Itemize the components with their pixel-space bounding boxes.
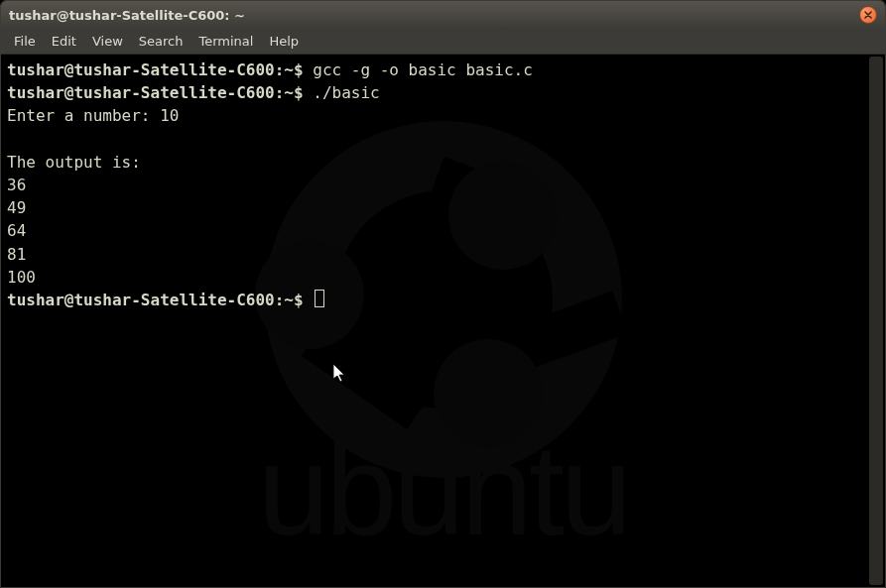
terminal-body[interactable]: ubuntu tushar@tushar-Satellite-C600:~$ g… [1, 55, 885, 587]
terminal-line: 100 [7, 266, 879, 289]
menu-file[interactable]: File [7, 32, 43, 51]
menu-view[interactable]: View [85, 32, 130, 51]
terminal-line: tushar@tushar-Satellite-C600:~$ ./basic [7, 81, 879, 104]
text-cursor [315, 290, 324, 307]
terminal-line: 81 [7, 243, 879, 266]
terminal-line: 36 [7, 174, 879, 196]
window-controls [859, 6, 877, 24]
terminal-line [7, 128, 879, 151]
menu-edit[interactable]: Edit [45, 32, 83, 51]
titlebar[interactable]: tushar@tushar-Satellite-C600: ~ [1, 1, 885, 29]
menu-terminal[interactable]: Terminal [191, 32, 260, 51]
prompt: tushar@tushar-Satellite-C600:~$ [7, 60, 313, 79]
prompt: tushar@tushar-Satellite-C600:~$ [7, 291, 313, 309]
terminal-line: The output is: [7, 151, 879, 174]
terminal-line: 49 [7, 196, 879, 219]
command-text: ./basic [313, 83, 379, 102]
menu-help[interactable]: Help [262, 32, 306, 51]
terminal-content[interactable]: tushar@tushar-Satellite-C600:~$ gcc -g -… [7, 59, 879, 311]
prompt: tushar@tushar-Satellite-C600:~$ [7, 83, 313, 102]
terminal-line: tushar@tushar-Satellite-C600:~$ gcc -g -… [7, 59, 879, 81]
command-text: gcc -g -o basic basic.c [313, 60, 533, 79]
menu-search[interactable]: Search [132, 32, 190, 51]
menubar: File Edit View Search Terminal Help [1, 29, 885, 55]
window-title: tushar@tushar-Satellite-C600: ~ [9, 8, 859, 23]
ubuntu-logo-text: ubuntu [258, 397, 629, 584]
close-icon[interactable] [859, 6, 877, 24]
terminal-window: tushar@tushar-Satellite-C600: ~ File Edi… [0, 0, 886, 588]
terminal-line: tushar@tushar-Satellite-C600:~$ [7, 289, 879, 311]
terminal-line: Enter a number: 10 [7, 104, 879, 127]
terminal-line: 64 [7, 219, 879, 242]
